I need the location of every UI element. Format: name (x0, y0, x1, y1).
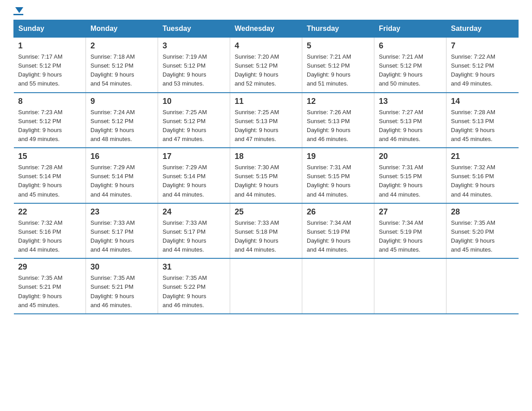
calendar-table: SundayMondayTuesdayWednesdayThursdayFrid… (13, 20, 519, 314)
day-number: 28 (451, 207, 514, 217)
header-saturday: Saturday (446, 20, 519, 38)
calendar-cell: 25 Sunrise: 7:33 AMSunset: 5:18 PMDaylig… (230, 203, 302, 259)
calendar-cell: 3 Sunrise: 7:19 AMSunset: 5:12 PMDayligh… (158, 38, 230, 93)
day-number: 24 (163, 207, 225, 217)
calendar-week-row: 8 Sunrise: 7:23 AMSunset: 5:12 PMDayligh… (14, 93, 519, 148)
calendar-cell: 20 Sunrise: 7:31 AMSunset: 5:15 PMDaylig… (374, 148, 446, 203)
day-info: Sunrise: 7:19 AMSunset: 5:12 PMDaylight:… (163, 52, 225, 89)
header-wednesday: Wednesday (230, 20, 302, 38)
calendar-cell: 1 Sunrise: 7:17 AMSunset: 5:12 PMDayligh… (14, 38, 86, 93)
day-number: 21 (451, 152, 514, 161)
day-number: 23 (90, 207, 153, 217)
calendar-cell (230, 258, 302, 314)
day-number: 14 (451, 97, 514, 106)
calendar-cell: 9 Sunrise: 7:24 AMSunset: 5:12 PMDayligh… (86, 93, 158, 148)
header-tuesday: Tuesday (158, 20, 230, 38)
calendar-week-row: 15 Sunrise: 7:28 AMSunset: 5:14 PMDaylig… (14, 148, 519, 203)
calendar-cell: 17 Sunrise: 7:29 AMSunset: 5:14 PMDaylig… (158, 148, 230, 203)
calendar-cell: 28 Sunrise: 7:35 AMSunset: 5:20 PMDaylig… (446, 203, 519, 259)
day-number: 17 (163, 152, 225, 161)
logo-triangle-icon (15, 7, 23, 13)
logo-underline (13, 14, 23, 15)
calendar-cell: 7 Sunrise: 7:22 AMSunset: 5:12 PMDayligh… (446, 38, 519, 93)
day-info: Sunrise: 7:21 AMSunset: 5:12 PMDaylight:… (379, 52, 442, 89)
day-number: 2 (90, 41, 153, 51)
day-number: 15 (18, 152, 82, 161)
calendar-cell: 11 Sunrise: 7:25 AMSunset: 5:13 PMDaylig… (230, 93, 302, 148)
calendar-cell (446, 258, 519, 314)
day-number: 31 (163, 262, 225, 272)
day-info: Sunrise: 7:20 AMSunset: 5:12 PMDaylight:… (235, 52, 297, 89)
day-info: Sunrise: 7:32 AMSunset: 5:16 PMDaylight:… (451, 163, 514, 199)
day-info: Sunrise: 7:30 AMSunset: 5:15 PMDaylight:… (235, 163, 297, 199)
day-number: 12 (307, 97, 369, 106)
calendar-cell: 23 Sunrise: 7:33 AMSunset: 5:17 PMDaylig… (86, 203, 158, 259)
day-number: 27 (379, 207, 442, 217)
day-info: Sunrise: 7:33 AMSunset: 5:17 PMDaylight:… (163, 218, 225, 255)
day-number: 26 (307, 207, 369, 217)
day-info: Sunrise: 7:34 AMSunset: 5:19 PMDaylight:… (307, 218, 369, 255)
day-info: Sunrise: 7:35 AMSunset: 5:21 PMDaylight:… (90, 274, 153, 310)
calendar-cell (374, 258, 446, 314)
calendar-cell: 29 Sunrise: 7:35 AMSunset: 5:21 PMDaylig… (14, 258, 86, 314)
day-info: Sunrise: 7:18 AMSunset: 5:12 PMDaylight:… (90, 52, 153, 89)
day-info: Sunrise: 7:24 AMSunset: 5:12 PMDaylight:… (90, 108, 153, 144)
calendar-cell: 22 Sunrise: 7:32 AMSunset: 5:16 PMDaylig… (14, 203, 86, 259)
logo (13, 9, 23, 15)
calendar-week-row: 22 Sunrise: 7:32 AMSunset: 5:16 PMDaylig… (14, 203, 519, 259)
calendar-cell: 5 Sunrise: 7:21 AMSunset: 5:12 PMDayligh… (302, 38, 374, 93)
day-info: Sunrise: 7:23 AMSunset: 5:12 PMDaylight:… (18, 108, 82, 144)
header-friday: Friday (374, 20, 446, 38)
day-info: Sunrise: 7:34 AMSunset: 5:19 PMDaylight:… (379, 218, 442, 255)
calendar-cell: 26 Sunrise: 7:34 AMSunset: 5:19 PMDaylig… (302, 203, 374, 259)
day-number: 19 (307, 152, 369, 161)
day-number: 20 (379, 152, 442, 161)
day-number: 30 (90, 262, 153, 272)
calendar-week-row: 1 Sunrise: 7:17 AMSunset: 5:12 PMDayligh… (14, 38, 519, 93)
day-number: 4 (235, 41, 297, 51)
calendar-cell: 31 Sunrise: 7:35 AMSunset: 5:22 PMDaylig… (158, 258, 230, 314)
calendar-cell: 4 Sunrise: 7:20 AMSunset: 5:12 PMDayligh… (230, 38, 302, 93)
day-number: 22 (18, 207, 82, 217)
day-info: Sunrise: 7:17 AMSunset: 5:12 PMDaylight:… (18, 52, 82, 89)
calendar-cell: 10 Sunrise: 7:25 AMSunset: 5:12 PMDaylig… (158, 93, 230, 148)
day-info: Sunrise: 7:25 AMSunset: 5:13 PMDaylight:… (235, 108, 297, 144)
day-info: Sunrise: 7:33 AMSunset: 5:17 PMDaylight:… (90, 218, 153, 255)
calendar-cell: 19 Sunrise: 7:31 AMSunset: 5:15 PMDaylig… (302, 148, 374, 203)
day-info: Sunrise: 7:21 AMSunset: 5:12 PMDaylight:… (307, 52, 369, 89)
day-number: 29 (18, 262, 82, 272)
day-info: Sunrise: 7:33 AMSunset: 5:18 PMDaylight:… (235, 218, 297, 255)
day-number: 16 (90, 152, 153, 161)
day-info: Sunrise: 7:28 AMSunset: 5:14 PMDaylight:… (18, 163, 82, 199)
page-header (13, 9, 519, 15)
day-info: Sunrise: 7:35 AMSunset: 5:20 PMDaylight:… (451, 218, 514, 255)
day-info: Sunrise: 7:27 AMSunset: 5:13 PMDaylight:… (379, 108, 442, 144)
calendar-cell: 15 Sunrise: 7:28 AMSunset: 5:14 PMDaylig… (14, 148, 86, 203)
day-number: 3 (163, 41, 225, 51)
calendar-cell: 14 Sunrise: 7:28 AMSunset: 5:13 PMDaylig… (446, 93, 519, 148)
calendar-header-row: SundayMondayTuesdayWednesdayThursdayFrid… (14, 20, 519, 38)
calendar-cell: 24 Sunrise: 7:33 AMSunset: 5:17 PMDaylig… (158, 203, 230, 259)
calendar-cell: 13 Sunrise: 7:27 AMSunset: 5:13 PMDaylig… (374, 93, 446, 148)
day-number: 5 (307, 41, 369, 51)
calendar-cell (302, 258, 374, 314)
calendar-cell: 27 Sunrise: 7:34 AMSunset: 5:19 PMDaylig… (374, 203, 446, 259)
calendar-cell: 12 Sunrise: 7:26 AMSunset: 5:13 PMDaylig… (302, 93, 374, 148)
day-number: 13 (379, 97, 442, 106)
header-monday: Monday (86, 20, 158, 38)
day-info: Sunrise: 7:31 AMSunset: 5:15 PMDaylight:… (307, 163, 369, 199)
day-info: Sunrise: 7:32 AMSunset: 5:16 PMDaylight:… (18, 218, 82, 255)
header-sunday: Sunday (14, 20, 86, 38)
calendar-cell: 16 Sunrise: 7:29 AMSunset: 5:14 PMDaylig… (86, 148, 158, 203)
header-thursday: Thursday (302, 20, 374, 38)
day-number: 8 (18, 97, 82, 106)
day-number: 6 (379, 41, 442, 51)
day-info: Sunrise: 7:25 AMSunset: 5:12 PMDaylight:… (163, 108, 225, 144)
day-info: Sunrise: 7:28 AMSunset: 5:13 PMDaylight:… (451, 108, 514, 144)
calendar-cell: 6 Sunrise: 7:21 AMSunset: 5:12 PMDayligh… (374, 38, 446, 93)
day-number: 25 (235, 207, 297, 217)
calendar-week-row: 29 Sunrise: 7:35 AMSunset: 5:21 PMDaylig… (14, 258, 519, 314)
day-info: Sunrise: 7:35 AMSunset: 5:22 PMDaylight:… (163, 274, 225, 310)
calendar-cell: 2 Sunrise: 7:18 AMSunset: 5:12 PMDayligh… (86, 38, 158, 93)
day-info: Sunrise: 7:26 AMSunset: 5:13 PMDaylight:… (307, 108, 369, 144)
